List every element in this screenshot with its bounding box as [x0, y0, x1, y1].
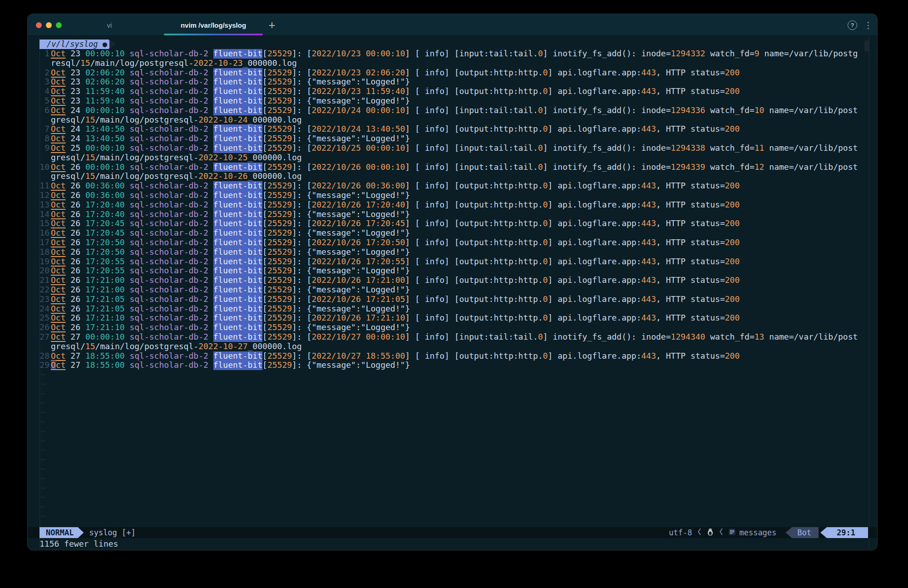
- log-segment: [: [262, 266, 267, 276]
- log-segment: sql-scholar-db-2: [129, 219, 208, 228]
- log-segment: 200: [725, 313, 740, 323]
- log-segment: watch_fd=: [705, 332, 754, 342]
- log-segment: [208, 313, 213, 323]
- log-segment: 2022/10/27 00:00:10: [311, 332, 405, 342]
- log-segment: sql-scholar-db-2: [129, 361, 208, 370]
- log-segment: ]: {"message":"Logged!"}: [292, 210, 410, 219]
- tab-vi[interactable]: vi: [73, 14, 146, 36]
- log-segment: 25529: [267, 238, 292, 247]
- cmdline-message: 1156 fewer lines: [39, 539, 118, 549]
- line-number: 16: [39, 228, 49, 238]
- log-segment: 200: [725, 124, 740, 134]
- log-segment: _000000.log: [248, 172, 302, 181]
- log-segment: 26: [66, 247, 85, 257]
- log-segment: [208, 257, 213, 267]
- line-number: 15: [39, 219, 49, 228]
- line-number: 22: [39, 285, 49, 295]
- log-segment: ] [ info] [output:http:http.: [405, 181, 543, 191]
- log-segment: 25529: [267, 361, 292, 370]
- log-segment: 443: [642, 68, 656, 78]
- log-segment: [208, 68, 213, 78]
- line-number: 9: [39, 143, 49, 153]
- log-segment: ]: [: [292, 68, 311, 78]
- log-segment: 443: [642, 313, 656, 323]
- log-segment: 17:20:50: [85, 247, 125, 257]
- overflow-menu-icon[interactable]: ⋮: [864, 20, 873, 30]
- line-number: [39, 172, 49, 181]
- log-segment: 11: [755, 143, 765, 153]
- log-segment: 17:21:00: [85, 276, 125, 285]
- log-segment: fluent-bit: [213, 124, 262, 134]
- encoding-label: utf-8: [669, 528, 692, 537]
- empty-line-tilde: ~: [28, 493, 877, 502]
- log-segment: ]: [: [292, 238, 311, 247]
- log-segment: 00:00:10: [85, 49, 125, 59]
- log-segment: , HTTP status=: [656, 200, 725, 210]
- log-segment: 25529: [267, 285, 292, 295]
- log-segment: gresql/: [51, 342, 85, 351]
- log-segment: [208, 266, 213, 276]
- log-segment: 2022/10/24 00:00:10: [311, 106, 405, 115]
- log-segment: 26: [66, 238, 85, 247]
- tilde-glyph: ~: [39, 464, 45, 474]
- log-segment: ] inotify_fs_add(): inode=: [543, 332, 671, 342]
- log-segment: 25529: [267, 106, 292, 115]
- log-segment: 26: [66, 228, 85, 238]
- tab-nvim-syslog[interactable]: nvim /var/log/syslog: [164, 14, 263, 36]
- help-icon[interactable]: ?: [848, 20, 857, 30]
- close-button[interactable]: [36, 22, 42, 28]
- log-segment: ]: [: [292, 87, 311, 96]
- log-segment: 00:00:10: [85, 106, 125, 115]
- log-segment: _000000.log: [248, 342, 302, 351]
- log-segment: 02:06:20: [85, 68, 125, 78]
- log-segment: watch_fd=: [705, 49, 754, 59]
- log-segment: 2022/10/26 17:21:00: [311, 276, 405, 285]
- log-segment: /main/log/postgresql-: [90, 59, 194, 68]
- tab-bar: vi nvim /var/log/syslog + ? ⋮: [28, 14, 877, 36]
- log-segment: Oct: [51, 87, 66, 96]
- log-segment: 00:36:00: [85, 181, 125, 191]
- minimize-button[interactable]: [46, 22, 52, 28]
- log-segment: 443: [642, 276, 656, 285]
- log-segment: ] [ info] [input:tail:tail.: [405, 49, 538, 59]
- line-number: 6: [39, 106, 49, 115]
- log-filetype-icon: [729, 528, 735, 538]
- log-segment: [125, 181, 130, 191]
- log-segment: sql-scholar-db-2: [129, 68, 208, 78]
- maximize-button[interactable]: [56, 22, 62, 28]
- log-segment: 443: [642, 257, 656, 267]
- log-segment: 443: [642, 87, 656, 96]
- log-segment: 27: [66, 332, 85, 342]
- log-segment: [208, 228, 213, 238]
- log-segment: 200: [725, 351, 740, 361]
- log-segment: 26: [66, 266, 85, 276]
- log-segment: sql-scholar-db-2: [129, 134, 208, 143]
- log-segment: , HTTP status=: [656, 219, 725, 228]
- log-line: 1Oct 23 00:00:10 sql-scholar-db-2 fluent…: [28, 49, 877, 59]
- log-segment: ] [ info] [output:http:http.: [405, 68, 543, 78]
- log-segment: 0: [538, 49, 543, 59]
- log-line: 19Oct 26 17:20:55 sql-scholar-db-2 fluen…: [28, 257, 877, 267]
- log-segment: fluent-bit: [213, 238, 262, 247]
- log-segment: [125, 143, 130, 153]
- log-segment: 9: [755, 49, 760, 59]
- line-number: 2: [39, 68, 49, 78]
- log-segment: 27: [66, 361, 85, 370]
- new-tab-button[interactable]: +: [263, 14, 281, 36]
- log-segment: 0: [543, 351, 548, 361]
- log-segment: [208, 304, 213, 314]
- statusline: NORMAL syslog [+] utf-8: [28, 527, 877, 538]
- log-segment: ]: {"message":"Logged!"}: [292, 247, 410, 257]
- log-segment: sql-scholar-db-2: [129, 200, 208, 210]
- line-number: 14: [39, 210, 49, 219]
- empty-line-tilde: ~: [28, 474, 877, 484]
- log-segment: 25529: [267, 181, 292, 191]
- log-segment: ] [ info] [output:http:http.: [405, 295, 543, 304]
- log-line: 7Oct 24 13:40:50 sql-scholar-db-2 fluent…: [28, 124, 877, 134]
- log-segment: [125, 200, 130, 210]
- log-segment: 17:20:50: [85, 238, 125, 247]
- log-segment: fluent-bit: [213, 106, 262, 115]
- log-segment: [208, 285, 213, 295]
- log-segment: 0: [543, 124, 548, 134]
- log-segment: Oct: [51, 313, 66, 323]
